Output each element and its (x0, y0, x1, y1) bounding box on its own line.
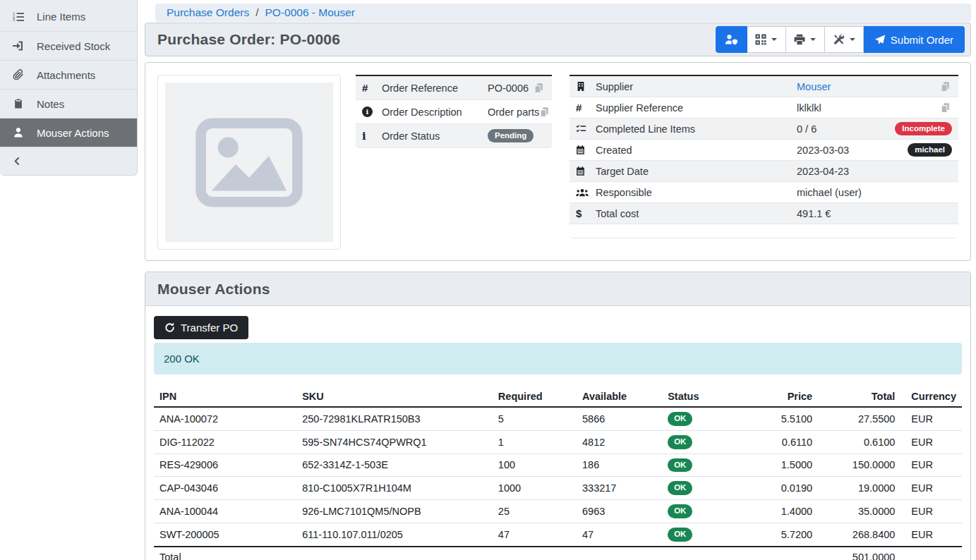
sidebar-item-attachments[interactable]: Attachments (0, 60, 137, 89)
building-icon (576, 81, 596, 92)
submit-order-button[interactable]: Submit Order (864, 26, 965, 53)
parts-table-header-row: IPN SKU Required Available Status Price … (154, 386, 962, 407)
copy-icon[interactable] (534, 83, 546, 94)
incomplete-badge: Incomplete (895, 122, 952, 136)
copy-icon[interactable] (539, 106, 551, 118)
table-row: RES-429006 652-3314Z-1-503E 100 186 OK 1… (154, 454, 962, 477)
chevron-down-icon (771, 38, 777, 41)
col-total: Total (818, 386, 900, 407)
sidebar-item-received-stock[interactable]: Received Stock (0, 31, 137, 60)
toolbar: Submit Order (716, 26, 965, 53)
hash-icon: # (576, 102, 596, 114)
table-row: SWT-200005 611-110.107.011/0205 47 47 OK… (154, 523, 962, 546)
copy-icon[interactable] (940, 102, 952, 114)
print-actions-button[interactable] (786, 26, 825, 53)
calendar-icon (576, 145, 596, 155)
chevron-down-icon (850, 38, 855, 41)
sidebar-item-label: Notes (37, 98, 64, 110)
col-required: Required (493, 386, 577, 407)
hash-icon: # (362, 82, 382, 94)
info-circle-icon: i (362, 106, 382, 117)
ok-badge: OK (668, 435, 692, 449)
tasks-icon (576, 124, 596, 134)
detail-row-order-status: i Order Status Pending (356, 124, 552, 148)
mouser-actions-body: Transfer PO 200 OK IPN SKU Required Avai… (145, 306, 970, 560)
chevron-left-icon (13, 156, 22, 166)
copy-icon[interactable] (940, 81, 952, 92)
sidebar-item-label: Attachments (37, 69, 95, 81)
sidebar: 123 Line Items Received Stock Attachment… (0, 0, 138, 176)
rotate-icon (164, 322, 175, 333)
detail-row-empty (570, 224, 958, 238)
transfer-po-button[interactable]: Transfer PO (154, 316, 248, 339)
col-price: Price (747, 386, 818, 407)
sidebar-item-label: Line Items (37, 11, 85, 23)
table-total-label: Total (154, 547, 296, 560)
col-sku: SKU (296, 386, 493, 407)
order-info-table: # Order Reference PO-0006 i Order Descri… (356, 75, 552, 148)
user-icon (11, 127, 25, 139)
breadcrumb-separator: / (255, 6, 258, 19)
supplier-info-table: Supplier Mouser # Supplier Reference lkl… (570, 75, 958, 238)
created-by-badge: michael (908, 143, 952, 157)
breadcrumb-link-purchase-orders[interactable]: Purchase Orders (167, 6, 249, 19)
mouser-actions-panel: Mouser Actions Transfer PO 200 OK IPN SK… (145, 272, 971, 560)
table-total-value: 501.0000 (818, 547, 900, 560)
detail-row-order-description: i Order Description Order parts (356, 100, 552, 124)
sidebar-item-line-items[interactable]: 123 Line Items (0, 2, 137, 31)
user-shield-icon (724, 34, 738, 45)
list-ol-icon: 123 (11, 11, 25, 23)
page-header: Purchase Order: PO-0006 (145, 23, 971, 56)
sidebar-item-mouser-actions[interactable]: Mouser Actions (0, 118, 137, 147)
breadcrumb: Purchase Orders / PO-0006 - Mouser (155, 4, 971, 22)
ok-badge: OK (668, 481, 692, 495)
clipboard-icon (11, 98, 25, 110)
ok-badge: OK (668, 504, 692, 518)
users-icon (576, 188, 596, 197)
table-footer-row: Total 501.0000 (154, 547, 962, 560)
ok-badge: OK (668, 412, 692, 426)
table-row: DIG-112022 595-SN74HCS74QPWRQ1 1 4812 OK… (154, 430, 962, 454)
calendar-icon (576, 166, 596, 176)
tools-icon (833, 34, 845, 45)
detail-row-total-cost: $ Total cost 491.1 € (570, 203, 958, 224)
image-placeholder-icon (195, 118, 303, 207)
col-available: Available (577, 386, 662, 407)
sidebar-item-label: Mouser Actions (37, 127, 109, 139)
status-badge: Pending (488, 129, 534, 143)
order-details-panel: # Order Reference PO-0006 i Order Descri… (145, 62, 971, 261)
breadcrumb-link-current-order[interactable]: PO-0006 - Mouser (265, 6, 355, 19)
order-holder-button[interactable] (716, 26, 747, 53)
parts-table: IPN SKU Required Available Status Price … (154, 386, 962, 560)
table-row: ANA-100044 926-LMC7101QM5/NOPB 25 6963 O… (154, 500, 962, 523)
table-row: ANA-100072 250-72981KLRATR150B3 5 5866 O… (154, 407, 962, 430)
detail-row-completed-line-items: Completed Line Items 0 / 6 Incomplete (570, 118, 958, 140)
printer-icon (794, 34, 805, 45)
send-icon (874, 35, 886, 45)
sidebar-item-notes[interactable]: Notes (0, 89, 137, 118)
barcode-actions-button[interactable] (747, 26, 786, 53)
image-placeholder (165, 83, 333, 242)
detail-row-supplier: Supplier Mouser (570, 76, 958, 97)
table-row: CAP-043046 810-C1005X7R1H104M 1000 33321… (154, 477, 962, 500)
sidebar-item-label: Received Stock (37, 40, 110, 52)
col-currency: Currency (900, 386, 962, 407)
qrcode-icon (755, 34, 766, 45)
ok-badge: OK (668, 528, 692, 542)
page-title: Purchase Order: PO-0006 (157, 31, 340, 48)
order-image-card[interactable] (157, 75, 341, 250)
panel-title: Mouser Actions (157, 281, 270, 298)
chevron-down-icon (810, 38, 816, 41)
dollar-icon: $ (576, 207, 596, 219)
info-icon: i (362, 130, 382, 142)
detail-row-order-reference: # Order Reference PO-0006 (356, 76, 552, 100)
sidebar-collapse-button[interactable] (0, 147, 137, 175)
svg-text:3: 3 (13, 18, 15, 22)
sign-in-icon (11, 40, 25, 52)
mouser-actions-header: Mouser Actions (145, 272, 970, 306)
supplier-link[interactable]: Mouser (797, 81, 831, 92)
order-actions-button[interactable] (825, 26, 864, 53)
detail-row-supplier-reference: # Supplier Reference lklklkl (570, 97, 958, 118)
detail-row-target-date: Target Date 2023-04-23 (570, 161, 958, 182)
detail-row-created: Created 2023-03-03 michael (570, 140, 958, 161)
